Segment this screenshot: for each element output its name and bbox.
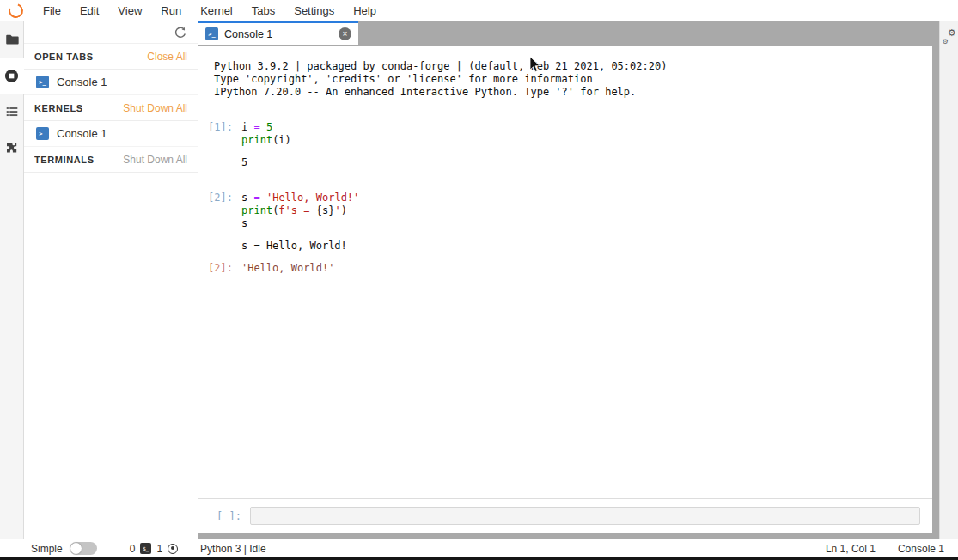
tab-bar: Console 1 (198, 21, 939, 45)
sidebar-tab-extension-manager[interactable] (0, 130, 23, 166)
execution-in-prompt: [2]: (198, 192, 233, 204)
output-line: [2]:'Hello, World!' (198, 262, 932, 275)
menu-help[interactable]: Help (344, 4, 386, 17)
output-gap (198, 253, 932, 262)
console-code-input[interactable] (250, 507, 920, 525)
sidebar-tab-running-sessions[interactable] (0, 58, 24, 94)
tab-console-1[interactable]: Console 1 (198, 21, 358, 45)
sessions-counts[interactable]: 0 1 (130, 543, 178, 555)
output-result-text: 'Hello, World!' (241, 262, 334, 275)
code-text: i = 5 (241, 121, 272, 134)
tab-close-icon[interactable] (339, 27, 351, 40)
menu-kernel[interactable]: Kernel (191, 4, 242, 17)
kernel-icon (168, 544, 178, 554)
list-item-console-1[interactable]: Console 1 (24, 121, 198, 147)
output-stream-text: s = Hello, World! (241, 240, 347, 253)
code-line[interactable]: print(i) (198, 134, 932, 147)
input-prompt: [ ]: (198, 510, 241, 522)
running-icon (3, 68, 20, 84)
terminal-icon (140, 543, 151, 554)
execution-in-prompt (198, 134, 233, 147)
refresh-icon[interactable] (174, 26, 187, 40)
code-line[interactable]: [1]:i = 5 (198, 121, 932, 134)
left-activity-bar (0, 21, 24, 539)
execution-in-prompt: [1]: (198, 121, 233, 134)
section-header-kernels: KERNELSShut Down All (24, 95, 198, 121)
menu-items: FileEditViewRunKernelTabsSettingsHelp (34, 4, 386, 17)
main-dock-panel: Console 1 Python 3.9.2 | packaged by con… (198, 21, 939, 539)
output-stream-text: 5 (241, 156, 247, 169)
section-title: KERNELS (34, 103, 83, 113)
console-cell: [1]:i = 5print(i)5 (198, 121, 932, 169)
console-banner-line: Python 3.9.2 | packaged by conda-forge |… (198, 60, 932, 73)
section-header-terminals: TERMINALSShut Down All (24, 147, 198, 173)
console-icon (36, 127, 49, 140)
code-line[interactable]: [2]:s = 'Hello, World!' (198, 192, 932, 204)
code-text: s (241, 217, 247, 230)
terminals-count: 0 (130, 543, 136, 555)
section-title: TERMINALS (34, 155, 95, 165)
execution-in-prompt (198, 217, 233, 230)
list-item-console-1[interactable]: Console 1 (24, 70, 198, 95)
section-action-button: Shut Down All (123, 154, 187, 166)
jupyter-logo-icon (6, 1, 26, 21)
console-icon (205, 27, 218, 40)
execution-out-prompt (198, 156, 233, 169)
tab-label: Console 1 (224, 28, 272, 40)
menu-run[interactable]: Run (151, 4, 191, 17)
active-widget-name: Console 1 (898, 543, 944, 555)
toc-icon (4, 104, 20, 119)
output-line: 5 (198, 156, 932, 169)
console-input-row: [ ]: (198, 498, 932, 533)
menu-edit[interactable]: Edit (70, 4, 108, 17)
list-item-label: Console 1 (57, 127, 107, 140)
section-action-button[interactable]: Close All (147, 51, 187, 63)
output-line: s = Hello, World! (198, 240, 932, 253)
cursor-position[interactable]: Ln 1, Col 1 (826, 543, 876, 555)
console-cell: [2]:s = 'Hello, World!'print(f's = {s}')… (198, 192, 932, 275)
execution-in-prompt (198, 204, 233, 217)
sidebar-tab-file-browser[interactable] (0, 21, 23, 58)
section-header-open-tabs: OPEN TABSClose All (24, 44, 198, 70)
property-inspector-gears-icon[interactable] (943, 30, 956, 44)
console-icon (36, 76, 49, 88)
panel-sections: OPEN TABSClose AllConsole 1KERNELSShut D… (24, 44, 198, 173)
menu-settings[interactable]: Settings (284, 4, 344, 17)
right-sidebar (939, 21, 958, 539)
folder-icon (4, 32, 20, 47)
status-bar: Simple 0 1 Python 3 | Idle Ln 1, Col 1 C… (0, 539, 958, 557)
section-title: OPEN TABS (34, 52, 94, 62)
list-item-label: Console 1 (57, 76, 107, 88)
menu-tabs[interactable]: Tabs (242, 4, 284, 17)
code-text: s = 'Hello, World!' (241, 192, 359, 204)
code-line[interactable]: s (198, 217, 932, 230)
toggle-knob (70, 543, 82, 554)
code-text: print(i) (241, 134, 291, 147)
simple-mode-toggle[interactable] (70, 542, 97, 555)
output-gap (198, 147, 932, 156)
console-output-area[interactable]: Python 3.9.2 | packaged by conda-forge |… (198, 46, 932, 498)
code-text: print(f's = {s}') (241, 204, 347, 217)
section-action-button[interactable]: Shut Down All (123, 102, 187, 114)
code-line[interactable]: print(f's = {s}') (198, 204, 932, 217)
menu-bar: FileEditViewRunKernelTabsSettingsHelp (0, 0, 958, 21)
menu-file[interactable]: File (34, 4, 70, 17)
kernels-count: 1 (156, 543, 162, 555)
menu-view[interactable]: View (108, 4, 151, 17)
output-gap (198, 230, 932, 240)
puzzle-icon (4, 140, 20, 155)
simple-mode-label: Simple (31, 543, 63, 555)
sidebar-tab-table-of-contents[interactable] (0, 94, 23, 130)
console-banner-line: Type 'copyright', 'credits' or 'license'… (198, 73, 932, 86)
kernel-status[interactable]: Python 3 | Idle (200, 543, 266, 555)
running-sessions-panel: OPEN TABSClose AllConsole 1KERNELSShut D… (24, 21, 198, 539)
execution-out-prompt: [2]: (198, 262, 233, 275)
jupyterlab-window: FileEditViewRunKernelTabsSettingsHelp OP… (0, 0, 958, 560)
panel-toolbar (24, 21, 198, 44)
console-banner-line: IPython 7.20.0 -- An enhanced Interactiv… (198, 86, 932, 99)
console-panel: Python 3.9.2 | packaged by conda-forge |… (198, 46, 932, 533)
execution-out-prompt (198, 240, 233, 253)
